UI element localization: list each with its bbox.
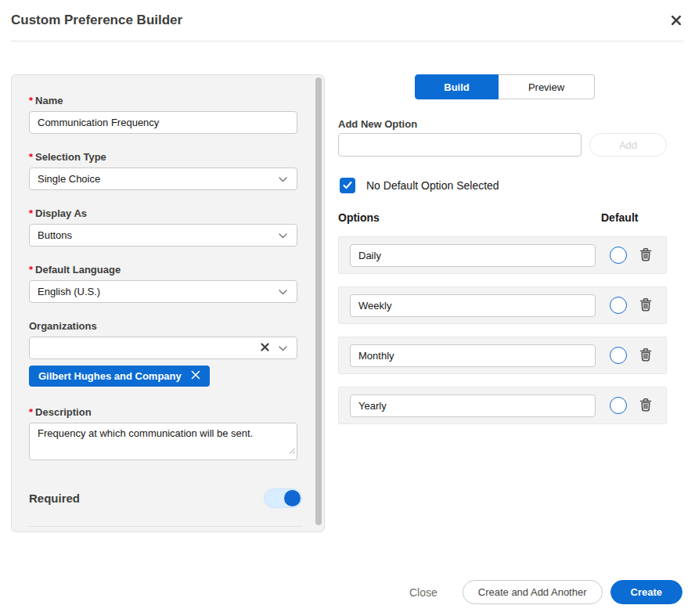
header-divider bbox=[11, 41, 684, 41]
remove-pill-icon[interactable] bbox=[191, 370, 200, 382]
required-asterisk: * bbox=[29, 95, 33, 106]
chevron-down-icon bbox=[279, 229, 287, 241]
close-modal-button[interactable] bbox=[668, 13, 684, 29]
required-asterisk: * bbox=[29, 264, 33, 276]
modal-footer: Close Create and Add Another Create bbox=[409, 580, 682, 604]
chevron-down-icon bbox=[279, 173, 287, 185]
create-and-add-another-button[interactable]: Create and Add Another bbox=[463, 580, 603, 604]
page-title: Custom Preference Builder bbox=[11, 13, 182, 28]
option-value-input[interactable] bbox=[350, 344, 596, 367]
description-field[interactable]: Frequency at which communication will be… bbox=[29, 423, 297, 460]
options-column-header: Options bbox=[338, 211, 380, 224]
options-list bbox=[338, 236, 667, 437]
organizations-combobox[interactable] bbox=[29, 337, 297, 359]
add-new-option-input[interactable] bbox=[338, 133, 582, 157]
delete-option-button[interactable] bbox=[639, 348, 652, 364]
default-radio[interactable] bbox=[610, 247, 627, 264]
name-field[interactable] bbox=[29, 111, 297, 134]
trash-icon bbox=[639, 247, 652, 264]
option-row bbox=[338, 286, 667, 324]
required-asterisk: * bbox=[29, 151, 33, 163]
add-new-option-label: Add New Option bbox=[338, 118, 417, 130]
add-option-button[interactable]: Add bbox=[589, 133, 667, 157]
scrollbar-thumb[interactable] bbox=[315, 77, 322, 525]
panel-divider bbox=[29, 526, 302, 527]
tab-build[interactable]: Build bbox=[415, 74, 499, 99]
organization-pill-label: Gilbert Hughes and Company bbox=[38, 370, 182, 382]
no-default-checkbox[interactable] bbox=[340, 178, 355, 193]
no-default-checkbox-label: No Default Option Selected bbox=[366, 179, 499, 192]
selection-type-label: *Selection Type bbox=[29, 151, 296, 163]
required-asterisk: * bbox=[29, 406, 33, 418]
option-value-input[interactable] bbox=[350, 294, 596, 317]
default-language-select[interactable]: English (U.S.) bbox=[29, 280, 297, 303]
required-asterisk: * bbox=[29, 207, 33, 219]
display-as-value: Buttons bbox=[38, 229, 72, 241]
tab-preview[interactable]: Preview bbox=[499, 74, 595, 99]
trash-icon bbox=[639, 297, 652, 314]
required-toggle-label: Required bbox=[29, 492, 80, 505]
clear-x-icon[interactable] bbox=[261, 342, 269, 354]
default-radio[interactable] bbox=[610, 297, 627, 314]
delete-option-button[interactable] bbox=[639, 247, 652, 264]
default-radio[interactable] bbox=[610, 397, 627, 414]
option-row bbox=[338, 387, 667, 424]
preference-form-panel: *Name *Selection Type Single Choice *Dis… bbox=[11, 74, 325, 532]
panel-scrollbar[interactable] bbox=[315, 77, 322, 530]
selection-type-select[interactable]: Single Choice bbox=[29, 168, 297, 190]
check-icon bbox=[343, 180, 352, 192]
option-row bbox=[338, 236, 667, 274]
delete-option-button[interactable] bbox=[639, 398, 652, 414]
default-column-header: Default bbox=[601, 211, 638, 224]
organization-pill[interactable]: Gilbert Hughes and Company bbox=[29, 366, 210, 387]
build-preview-tabs: Build Preview bbox=[415, 74, 595, 99]
chevron-down-icon bbox=[279, 286, 287, 297]
name-label: *Name bbox=[29, 95, 296, 106]
chevron-down-icon bbox=[279, 342, 287, 354]
toggle-knob bbox=[284, 490, 301, 506]
organizations-label: Organizations bbox=[29, 320, 296, 332]
description-label: *Description bbox=[29, 406, 296, 418]
required-toggle[interactable] bbox=[264, 488, 302, 508]
default-radio[interactable] bbox=[610, 347, 627, 364]
display-as-label: *Display As bbox=[29, 207, 296, 219]
option-value-input[interactable] bbox=[350, 244, 596, 267]
create-button[interactable]: Create bbox=[610, 580, 682, 604]
delete-option-button[interactable] bbox=[639, 297, 652, 314]
option-row bbox=[338, 337, 667, 374]
trash-icon bbox=[639, 398, 652, 414]
display-as-select[interactable]: Buttons bbox=[29, 224, 297, 247]
default-language-value: English (U.S.) bbox=[38, 286, 100, 297]
close-button[interactable]: Close bbox=[409, 586, 438, 599]
selection-type-value: Single Choice bbox=[38, 173, 100, 185]
resize-handle-icon[interactable] bbox=[289, 444, 296, 458]
option-value-input[interactable] bbox=[350, 394, 596, 417]
close-icon bbox=[671, 15, 682, 28]
default-language-label: *Default Language bbox=[29, 264, 296, 276]
trash-icon bbox=[639, 348, 652, 364]
